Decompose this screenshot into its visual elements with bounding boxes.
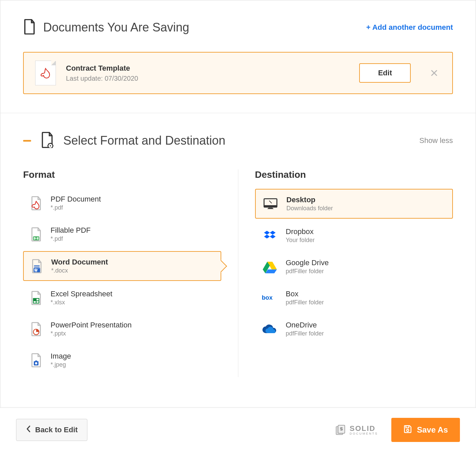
onedrive-icon xyxy=(262,321,278,337)
format-option-pdf[interactable]: PDF Document *.pdf xyxy=(23,189,221,217)
format-option-powerpoint[interactable]: PowerPoint Presentation *.pptx xyxy=(23,315,221,343)
destination-option-desktop[interactable]: Desktop Downloads folder xyxy=(255,189,453,219)
google-drive-icon xyxy=(262,259,278,275)
svg-point-8 xyxy=(35,362,37,364)
document-last-update: Last update: 07/30/2020 xyxy=(66,75,349,82)
remove-document-button[interactable] xyxy=(427,66,441,80)
desktop-icon xyxy=(262,196,279,212)
pdf-file-icon xyxy=(35,61,56,85)
svg-point-1 xyxy=(50,145,51,147)
edit-button[interactable]: Edit xyxy=(359,63,411,83)
document-card: Contract Template Last update: 07/30/202… xyxy=(23,52,453,94)
format-option-image[interactable]: Image *.jpeg xyxy=(23,346,221,374)
document-icon xyxy=(23,19,36,36)
section-title: Select Format and Destination xyxy=(63,134,225,148)
dropbox-icon xyxy=(262,228,278,244)
powerpoint-icon xyxy=(30,321,43,337)
documents-section: Documents You Are Saving + Add another d… xyxy=(0,0,476,113)
svg-rect-9 xyxy=(35,360,37,361)
svg-rect-5 xyxy=(33,298,36,301)
pdf-icon xyxy=(30,196,43,211)
document-name: Contract Template xyxy=(66,64,349,73)
show-less-toggle[interactable]: Show less xyxy=(419,136,453,145)
format-label: Format xyxy=(23,169,221,180)
save-icon xyxy=(403,425,412,435)
box-icon: box xyxy=(262,290,278,306)
save-as-button[interactable]: Save As xyxy=(391,418,460,442)
destination-label: Destination xyxy=(255,169,453,180)
fillable-pdf-icon xyxy=(30,227,43,242)
back-to-edit-button[interactable]: Back to Edit xyxy=(16,419,87,441)
svg-text:box: box xyxy=(262,294,272,301)
excel-icon xyxy=(30,290,43,306)
format-option-word[interactable]: Word Document *.docx xyxy=(23,251,221,281)
destination-option-onedrive[interactable]: OneDrive pdfFiller folder xyxy=(255,315,453,343)
solid-documents-brand: SOLID DOCUMENTS xyxy=(335,424,378,436)
chevron-left-icon xyxy=(26,425,31,435)
page-title: Documents You Are Saving xyxy=(43,20,189,34)
solid-documents-icon xyxy=(335,424,347,436)
svg-rect-11 xyxy=(264,205,276,207)
collapse-toggle[interactable] xyxy=(23,140,31,142)
svg-point-16 xyxy=(407,429,409,432)
image-icon xyxy=(30,353,43,368)
footer-bar: Back to Edit SOLID DOCUMENTS Save As xyxy=(0,407,476,452)
destination-column: Destination Desktop Downloads folder xyxy=(238,169,453,377)
format-column: Format PDF Document *.pdf xyxy=(23,169,238,377)
format-option-fillable-pdf[interactable]: Fillable PDF *.pdf xyxy=(23,220,221,248)
format-option-excel[interactable]: Excel Spreadsheet *.xlsx xyxy=(23,284,221,312)
destination-option-google-drive[interactable]: Google Drive pdfFiller folder xyxy=(255,252,453,281)
add-another-document-link[interactable]: + Add another document xyxy=(366,23,453,32)
word-icon xyxy=(30,258,43,274)
svg-rect-15 xyxy=(406,426,409,428)
document-settings-icon xyxy=(41,132,54,149)
destination-option-dropbox[interactable]: Dropbox Your folder xyxy=(255,221,453,250)
main-scroll-area[interactable]: Documents You Are Saving + Add another d… xyxy=(0,0,476,407)
destination-option-box[interactable]: box Box pdfFiller folder xyxy=(255,284,453,312)
format-destination-section: Select Format and Destination Show less … xyxy=(0,113,476,396)
